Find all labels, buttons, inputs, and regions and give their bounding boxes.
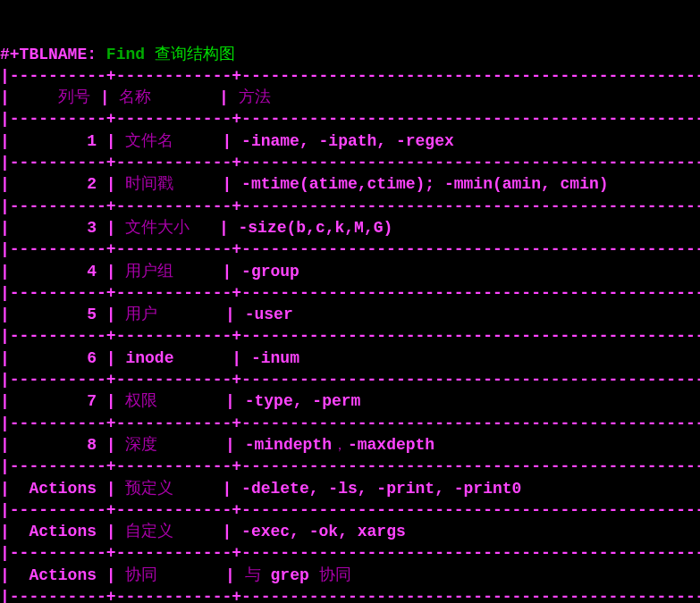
terminal-output: #+TBLNAME: Find 查询结构图 |----------+------… <box>0 44 700 603</box>
